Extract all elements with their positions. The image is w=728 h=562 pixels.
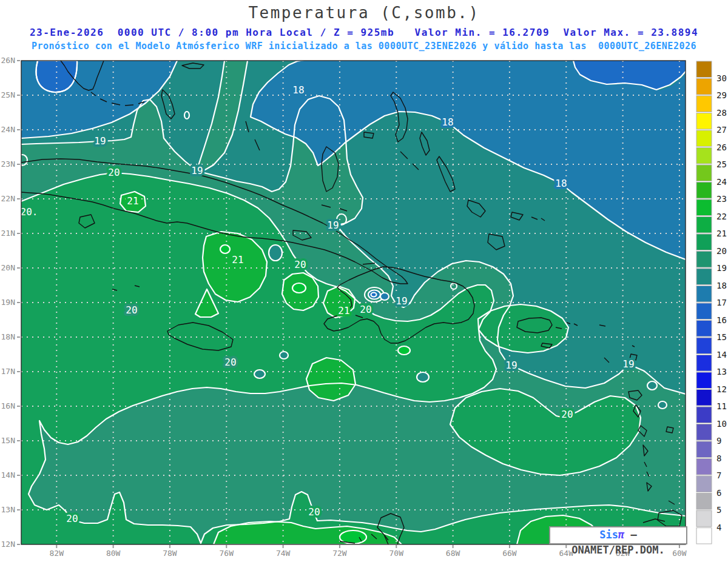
colorbar-cell [696, 182, 712, 199]
colorbar-tick-label: 4 [716, 523, 721, 532]
colorbar-cell [696, 286, 712, 303]
contour-label: 19 [505, 360, 517, 371]
colorbar-tick-label: 30 [716, 73, 727, 83]
colorbar-tick-label: 18 [716, 281, 727, 290]
colorbar-tick-label: 27 [716, 125, 727, 135]
lat-tick-label: 21N [1, 229, 15, 238]
colorbar-tick-label: 17 [716, 298, 727, 307]
warm-core-22 [398, 346, 410, 355]
colorbar-cell [696, 217, 712, 233]
colorbar-cell [696, 269, 712, 285]
cool-pocket [269, 245, 282, 261]
lat-tick-label: 24N [1, 125, 15, 134]
lat-tick-label: 15N [1, 436, 15, 445]
lat-tick-label: 12N [1, 540, 15, 549]
colorbar-cell [696, 424, 712, 441]
weather-map-svg: 18181819191919191920.2020202020202020212… [0, 0, 728, 562]
colorbar-tick-label: 20 [716, 246, 727, 256]
contour-label: 20. [21, 206, 38, 218]
lat-tick-label: 13N [1, 505, 15, 514]
lat-tick-label: 26N [1, 56, 15, 65]
contour-label: 19 [396, 295, 407, 307]
lon-tick-label: 80W [106, 549, 121, 558]
colorbar-tick-label: 25 [716, 159, 727, 169]
colorbar-tick-label: 6 [716, 488, 721, 498]
attribution-sis: Sis [599, 529, 618, 541]
colorbar-tick-label: 11 [716, 401, 727, 411]
lat-tick-label: 19N [1, 298, 15, 307]
colorbar-tick-label: 24 [716, 177, 727, 187]
colorbar-tick-label: 16 [716, 315, 727, 325]
lat-tick-label: 16N [1, 401, 15, 410]
colorbar-cell [696, 476, 712, 492]
colorbar-cell [696, 528, 712, 544]
colorbar-cell [696, 96, 712, 112]
attribution-pi-logo: π [618, 529, 624, 541]
lat-tick-label: 14N [1, 470, 15, 480]
lon-tick-label: 70W [389, 549, 404, 558]
colorbar-tick-label: 22 [716, 212, 727, 221]
colorbar [696, 61, 712, 544]
lat-tick-label: 25N [1, 90, 15, 99]
cold-core-inner [371, 293, 377, 297]
colorbar-tick-label: 23 [716, 194, 727, 204]
lat-tick-label: 20N [1, 263, 15, 272]
lat-tick-label: 23N [1, 159, 15, 169]
attribution-box: Sisπ – ONAMET/REP.DOM. [549, 526, 687, 544]
colorbar-tick-label: 26 [716, 142, 727, 152]
contour-label: 19 [622, 358, 634, 370]
colorbar-cell [696, 390, 712, 406]
contour-label: 21 [338, 305, 349, 316]
contour-label: 19 [327, 219, 339, 231]
warm-core-22 [292, 283, 306, 293]
contour-label: 20 [224, 356, 236, 368]
colorbar-cell [696, 321, 712, 337]
map-area: 18181819191919191920.2020202020202020212… [16, 59, 686, 544]
colorbar-cell [696, 303, 712, 319]
contour-label: 20 [360, 304, 371, 315]
colorbar-tick-label: 9 [716, 436, 721, 446]
contour-label: 20 [294, 259, 306, 270]
contour-label: 18 [292, 84, 304, 96]
warm-core-22 [220, 245, 230, 253]
contour-label: 19 [94, 135, 106, 147]
cool-pocket [647, 381, 657, 390]
colorbar-cell [696, 372, 712, 389]
contour-label: 20 [108, 167, 120, 178]
colorbar-tick-label: 21 [716, 229, 727, 238]
contour-label: 18 [555, 178, 567, 189]
cool-pocket [254, 370, 265, 378]
colorbar-cell [696, 79, 712, 95]
temperature-fill-bands [21, 59, 686, 544]
lon-tick-label: 68W [446, 549, 460, 558]
colorbar-tick-label: 7 [716, 470, 721, 480]
cool-pocket [280, 352, 288, 359]
lon-tick-label: 60W [672, 549, 687, 558]
colorbar-tick-label: 13 [716, 367, 727, 376]
colorbar-cell [696, 148, 712, 164]
contour-label: 18 [442, 116, 453, 128]
colorbar-tick-label: 29 [716, 90, 727, 100]
colorbar-cell [696, 510, 712, 527]
colorbar-cell [696, 130, 712, 147]
colorbar-tick-label: 14 [716, 350, 727, 360]
colorbar-cell [696, 338, 712, 354]
colorbar-cell [696, 441, 712, 458]
cool-pocket [417, 372, 429, 382]
colorbar-cell [696, 493, 712, 510]
colorbar-tick-label: 12 [716, 384, 727, 394]
colorbar-cell [696, 199, 712, 216]
colorbar-tick-label: 19 [716, 263, 727, 273]
lon-tick-label: 66W [502, 549, 517, 558]
contour-label: 20 [561, 409, 573, 420]
contour-label: 21 [127, 195, 138, 207]
cool-pocket [658, 401, 667, 409]
contour-label: 20 [66, 513, 78, 524]
lat-tick-label: 22N [1, 194, 15, 203]
lon-tick-label: 74W [276, 549, 291, 558]
contour-label: 19 [191, 165, 203, 176]
contour-label: 20 [308, 506, 320, 518]
colorbar-cell [696, 459, 712, 475]
colorbar-cell [696, 407, 712, 423]
lon-tick-label: 78W [163, 549, 177, 558]
